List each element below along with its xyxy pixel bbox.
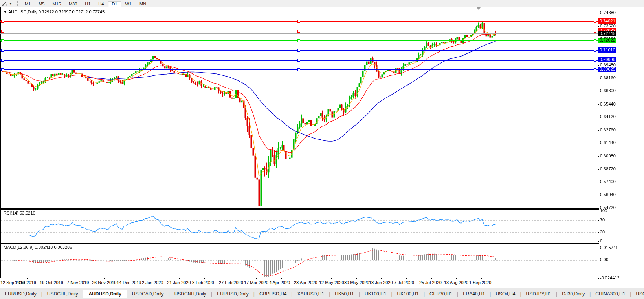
timeframe-button-mn[interactable]: MN <box>136 1 150 7</box>
chart-shift-marker[interactable] <box>477 7 481 10</box>
tab-usdjpy-h1[interactable]: USDJPY,H1 <box>521 290 556 298</box>
date-label: 30 May 2020 <box>344 280 369 285</box>
timeframe-button-h1[interactable]: H1 <box>81 1 94 7</box>
date-tick-mark <box>129 278 129 279</box>
hline-0-71010-handle[interactable] <box>1 49 4 52</box>
tab-china300-h1[interactable]: CHINA300,H1 <box>591 290 630 298</box>
draw-tool-icon[interactable] <box>2 1 8 6</box>
date-tick-mark <box>431 278 432 279</box>
price-tick-mark <box>598 65 599 66</box>
macd-canvas[interactable] <box>1 244 598 277</box>
tab-ger30-h1[interactable]: GER30,H1 <box>425 290 457 298</box>
hline-0-71010-handle[interactable] <box>297 49 300 52</box>
timeframe-button-w1[interactable]: W1 <box>121 1 136 7</box>
date-tick-mark <box>481 278 482 279</box>
timeframe-buttons: M1M5M15M30H1H4D1W1MN <box>21 0 150 7</box>
tab-fra40-h1[interactable]: FRA40,H1 <box>458 290 490 298</box>
tab-usdcad-daily[interactable]: USDCAD,Daily <box>127 290 169 298</box>
price-tick-mark <box>598 78 599 78</box>
tab-audusd-daily[interactable]: AUDUSD,Daily <box>83 290 127 298</box>
date-tick-mark <box>79 278 79 279</box>
date-label: 21 Jan 2020 <box>167 280 191 285</box>
timeframe-button-m15[interactable]: M15 <box>48 1 64 7</box>
symbol-label: AUDUSD,Daily <box>8 9 37 14</box>
hline-0-69025-handle[interactable] <box>297 68 300 71</box>
tab-usdchf-daily[interactable]: USDCHF,Daily <box>42 290 83 298</box>
date-tick-mark <box>331 278 332 279</box>
symbol-dropdown-icon[interactable]: ▼ <box>4 10 7 14</box>
tab-usoil-h4[interactable]: USOil,H4 <box>491 290 520 298</box>
hline-0-73033-handle[interactable] <box>1 30 4 33</box>
price-tick-label: 0.64120 <box>600 114 616 119</box>
date-tick-mark <box>281 278 282 279</box>
date-axis[interactable]: 12 Sep 20191 Oct 201919 Oct 20197 Nov 20… <box>0 278 644 288</box>
hline-0-72022-handle[interactable] <box>594 39 596 42</box>
hline-0-73033-handle[interactable] <box>594 30 596 33</box>
hline-0-74021-handle[interactable] <box>1 20 4 23</box>
timeframe-button-m1[interactable]: M1 <box>21 1 35 7</box>
rsi-scale-label: 30 <box>600 230 605 234</box>
price-tick-mark <box>598 169 599 170</box>
tool-dropdown-arrow-icon[interactable]: ▼ <box>9 2 12 5</box>
price-tick-label: 0.57400 <box>600 179 616 184</box>
price-chart-canvas[interactable] <box>1 7 598 208</box>
price-tick-label: 0.58720 <box>600 166 616 171</box>
price-tick-mark <box>598 26 599 27</box>
main-chart-panel[interactable]: ▼AUDUSD,Daily 0.72972 0.72997 0.72712 0.… <box>0 7 599 209</box>
hline-0-73033-handle[interactable] <box>297 30 300 33</box>
date-label: 26 Nov 2019 <box>92 280 116 285</box>
hline-0-69999-handle[interactable] <box>594 59 596 62</box>
price-tick-label: 0.62760 <box>600 128 616 132</box>
price-tick-label: 0.60080 <box>600 153 616 158</box>
hline-0-69025-handle[interactable] <box>594 68 596 71</box>
date-label: 17 Mar 2020 <box>244 280 268 285</box>
toolbar-grip[interactable] <box>17 1 19 6</box>
tab-gbpusd-h4[interactable]: GBPUSD,H4 <box>255 290 291 298</box>
price-tick-mark <box>598 117 599 117</box>
price-tick-label: 0.65440 <box>600 102 616 106</box>
hline-0-74021-handle[interactable] <box>594 20 596 23</box>
tab-usdcnh-daily[interactable]: USDCNH,Daily <box>170 290 211 298</box>
hline-0-72022-handle[interactable] <box>297 39 300 42</box>
macd-tick-mark <box>598 260 599 260</box>
timeframe-button-h4[interactable]: H4 <box>94 1 108 7</box>
trading-terminal-window: ▼ M1M5M15M30H1H4D1W1MN ▼AUDUSD,Daily 0.7… <box>0 0 644 299</box>
hline-0-69025-handle[interactable] <box>1 68 4 71</box>
tab-eurusd-daily[interactable]: EURUSD,Daily <box>0 290 41 298</box>
tab-dj30-daily[interactable]: DJ30,Daily <box>557 290 589 298</box>
rsi-label: RSI(14) 53.5216 <box>4 211 35 215</box>
price-tick-mark <box>598 130 599 131</box>
hline-0-71010-handle[interactable] <box>594 49 596 52</box>
date-label: 7 Jul 2020 <box>394 280 414 285</box>
date-label: 1 Sep 2020 <box>469 280 491 285</box>
rsi-canvas[interactable] <box>1 210 598 242</box>
macd-tick-mark <box>598 248 599 248</box>
tab-eurusd-daily[interactable]: EURUSD,Daily <box>212 290 253 298</box>
date-tick-mark <box>381 278 382 279</box>
hline-0-69999-handle[interactable] <box>297 59 300 62</box>
timeframe-button-m30[interactable]: M30 <box>65 1 81 7</box>
rsi-panel[interactable]: RSI(14) 53.5216 <box>0 209 599 243</box>
tab-uk100-h1[interactable]: UK100,H1 <box>393 290 424 298</box>
price-tick-mark <box>598 13 599 13</box>
hline-0-74021-handle[interactable] <box>297 20 300 23</box>
tab-usoil-h1[interactable]: USOil,H1 <box>631 290 644 298</box>
macd-tick-mark <box>598 278 599 279</box>
hline-0-74021-price-label: 0.74021 <box>598 18 616 24</box>
tab-xauusd-h1[interactable]: XAUUSD,H1 <box>292 290 329 298</box>
hline-0-72022-handle[interactable] <box>1 39 4 42</box>
tab-uk100-h1[interactable]: UK100,H1 <box>360 290 391 298</box>
hline-0-69999-handle[interactable] <box>1 59 4 62</box>
date-tick-mark <box>406 278 407 279</box>
tab-hk50-h1[interactable]: HK50,H1 <box>330 290 359 298</box>
timeframe-button-m5[interactable]: M5 <box>35 1 48 7</box>
hline-0-72022-price-label: 0.72022 <box>598 38 616 43</box>
timeframe-button-d1[interactable]: D1 <box>108 1 121 7</box>
price-tick-mark <box>598 143 599 143</box>
price-tick-mark <box>598 91 599 91</box>
price-tick-label: 0.56040 <box>600 192 616 197</box>
chart-title: ▼AUDUSD,Daily 0.72972 0.72997 0.72712 0.… <box>4 9 105 14</box>
macd-panel[interactable]: MACD(12,26,9) 0.002418 0.003286 <box>0 243 599 279</box>
date-tick-mark <box>52 278 52 279</box>
macd-scale-label: -0.024412 <box>600 275 620 280</box>
